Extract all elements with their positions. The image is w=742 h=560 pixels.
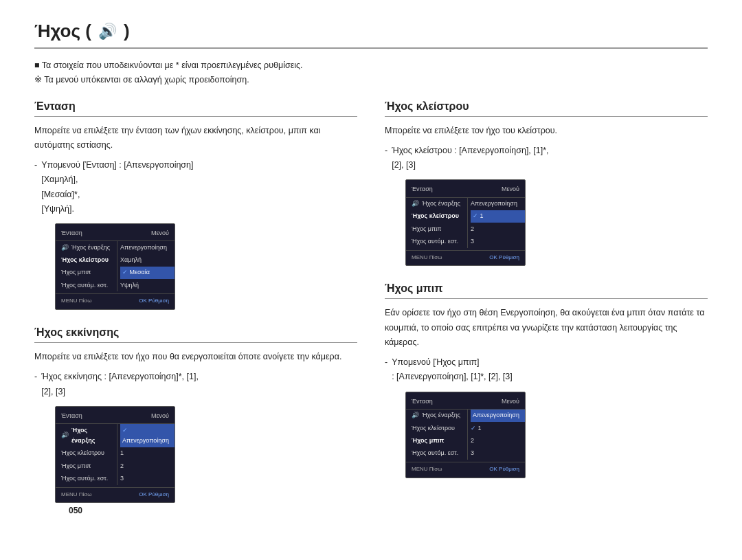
mpip-desc: Εάν ορίσετε τον ήχο στη θέση Ενεργοποίησ… (385, 306, 708, 350)
right-column: Ήχος κλείστρου Μπορείτε να επιλέξετε τον… (385, 100, 708, 520)
ekkinisis-screen: Ένταση Μενού 🔊 Ήχος έναρξης (55, 406, 357, 503)
section-title-ekkinisis: Ήχος εκκίνησης (34, 326, 357, 343)
speaker-icon: 🔊 (98, 23, 117, 41)
section-title-kleistrou: Ήχος κλείστρου (385, 100, 708, 117)
section-kleistrou: Ήχος κλείστρου Μπορείτε να επιλέξετε τον… (385, 100, 708, 267)
section-body-entasi: Μπορείτε να επιλέξετε την ένταση των ήχω… (34, 124, 357, 311)
ekkinisis-sub: - Ήχος εκκίνησης : [Απενεργοποίηση]*, [1… (34, 370, 357, 399)
entasi-desc: Μπορείτε να επιλέξετε την ένταση των ήχω… (34, 124, 357, 153)
left-column: Ένταση Μπορείτε να επιλέξετε την ένταση … (34, 100, 357, 520)
section-title-mpip: Ήχος μπιπ (385, 282, 708, 299)
entasi-sub: - Υπομενού [Ένταση] : [Απενεργοποίηση] [… (34, 158, 357, 216)
intro-notes: ■ Τα στοιχεία που υποδεικνύονται με * εί… (34, 58, 708, 88)
section-ekkinisis: Ήχος εκκίνησης Μπορείτε να επιλέξετε τον… (34, 326, 357, 503)
entasi-screen: Ένταση Μενού 🔊 Ήχος έναρξης (55, 223, 357, 310)
content-grid: Ένταση Μπορείτε να επιλέξετε την ένταση … (34, 100, 708, 520)
section-title-entasi: Ένταση (34, 100, 357, 117)
page-title: Ήχος ( 🔊 ) (34, 21, 708, 42)
title-divider (34, 47, 708, 49)
mpip-screen: Ένταση Μενού 🔊 Ήχος έναρξης (405, 392, 708, 478)
section-mpip: Ήχος μπιπ Εάν ορίσετε τον ήχο στη θέση Ε… (385, 282, 708, 478)
section-body-ekkinisis: Μπορείτε να επιλέξετε τον ήχο που θα ενε… (34, 350, 357, 503)
intro-note1: ■ Τα στοιχεία που υποδεικνύονται με * εί… (34, 58, 708, 73)
kleistrou-screen: Ένταση Μενού 🔊 Ήχος έναρξης (405, 179, 708, 266)
section-entasi: Ένταση Μπορείτε να επιλέξετε την ένταση … (34, 100, 357, 311)
section-body-kleistrou: Μπορείτε να επιλέξετε τον ήχο του κλείστ… (385, 124, 708, 267)
ekkinisis-desc: Μπορείτε να επιλέξετε τον ήχο που θα ενε… (34, 350, 357, 364)
kleistrou-desc: Μπορείτε να επιλέξετε τον ήχο του κλείστ… (385, 124, 708, 138)
intro-note2: ※ Τα μενού υπόκεινται σε αλλαγή χωρίς πρ… (34, 73, 708, 87)
mpip-sub: - Υπομενού [Ήχος μπιπ] : [Απενεργοποίηση… (385, 355, 708, 385)
section-body-mpip: Εάν ορίσετε τον ήχο στη θέση Ενεργοποίησ… (385, 306, 708, 478)
page-number: 050 (69, 506, 82, 515)
kleistrou-sub: - Ήχος κλείστρου : [Απενεργοποίηση], [1]… (385, 144, 708, 173)
